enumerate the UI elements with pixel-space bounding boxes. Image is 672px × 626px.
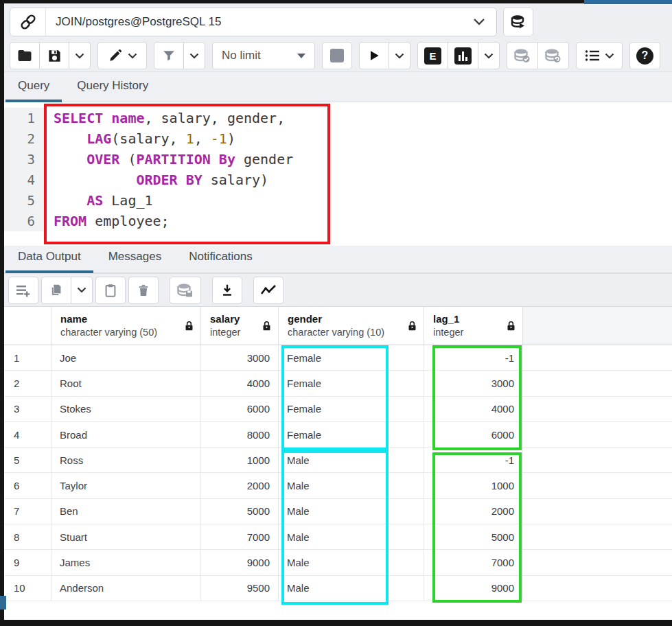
cell-name[interactable]: James [51, 550, 201, 575]
add-row-icon [15, 283, 32, 297]
filter-button[interactable] [154, 42, 184, 69]
execute-button[interactable] [359, 42, 389, 69]
row-number-cell[interactable]: 4 [4, 422, 51, 447]
cell-lag-1[interactable]: -1 [424, 448, 523, 472]
cell-gender[interactable]: Male [279, 499, 424, 524]
cell-salary[interactable]: 5000 [201, 499, 279, 524]
save-file-button[interactable] [39, 42, 69, 69]
cell-gender[interactable]: Male [279, 576, 424, 601]
tab-notifications[interactable]: Notifications [175, 250, 266, 273]
copy-options-dropdown[interactable] [71, 277, 93, 304]
edit-menu-button[interactable] [97, 42, 147, 69]
cell-lag-1[interactable]: 6000 [424, 422, 523, 447]
column-header-name[interactable]: name character varying (50) [51, 307, 201, 345]
help-button[interactable]: ? [629, 42, 660, 69]
tab-messages[interactable]: Messages [95, 250, 175, 273]
open-file-button[interactable] [10, 42, 40, 69]
cell-salary[interactable]: 8000 [201, 422, 279, 447]
explain-options-dropdown[interactable] [478, 42, 500, 69]
cell-lag-1[interactable]: 2000 [424, 499, 523, 524]
cell-salary[interactable]: 6000 [201, 397, 279, 421]
cell-name[interactable]: Root [51, 371, 201, 395]
cell-name[interactable]: Anderson [51, 576, 201, 601]
explain-button[interactable]: E [417, 42, 448, 69]
cell-gender[interactable]: Female [279, 422, 424, 447]
row-number-cell[interactable]: 1 [4, 345, 51, 370]
cell-name[interactable]: Ben [51, 499, 201, 524]
new-connection-button[interactable] [503, 8, 533, 36]
cell-name[interactable]: Broad [51, 422, 201, 447]
commit-button[interactable] [507, 42, 538, 69]
cell-name[interactable]: Stokes [51, 397, 201, 421]
cancel-query-button[interactable] [322, 42, 352, 69]
code-text[interactable]: LAG(salary, 1, -1) [45, 128, 235, 149]
cell-name[interactable]: Stuart [51, 524, 201, 549]
cell-salary[interactable]: 9500 [201, 576, 279, 601]
cell-salary[interactable]: 4000 [201, 371, 279, 395]
cell-salary[interactable]: 2000 [201, 473, 279, 498]
row-number-cell[interactable]: 9 [4, 550, 51, 575]
row-number-cell[interactable]: 2 [4, 371, 51, 395]
code-text[interactable]: SELECT name, salary, gender, [45, 108, 285, 128]
cell-gender[interactable]: Female [279, 371, 424, 395]
tab-data-output[interactable]: Data Output [4, 250, 95, 273]
code-line: 4 ORDER BY salary) [4, 170, 672, 190]
row-number-cell[interactable]: 3 [4, 397, 51, 421]
tab-query[interactable]: Query [4, 79, 63, 102]
table-row: 5Ross1000Male-1 [4, 448, 672, 473]
row-number-cell[interactable]: 10 [4, 576, 51, 601]
macros-button[interactable] [576, 42, 623, 69]
save-options-dropdown[interactable] [69, 42, 91, 69]
rollback-button[interactable] [537, 42, 569, 69]
explain-analyze-button[interactable] [448, 42, 478, 69]
cell-lag-1[interactable]: 1000 [424, 473, 523, 498]
cell-salary[interactable]: 3000 [201, 345, 279, 370]
cell-name[interactable]: Joe [51, 345, 201, 370]
code-text[interactable]: FROM employee; [45, 211, 170, 231]
cell-gender[interactable]: Female [279, 397, 424, 421]
tab-query-history[interactable]: Query History [63, 79, 162, 102]
cell-lag-1[interactable]: 5000 [424, 524, 523, 549]
cell-gender[interactable]: Male [279, 473, 424, 498]
execute-options-dropdown[interactable] [389, 42, 410, 69]
cell-lag-1[interactable]: 9000 [424, 576, 523, 601]
cell-gender[interactable]: Male [279, 550, 424, 575]
code-text[interactable]: OVER (PARTITION By gender [45, 149, 293, 170]
column-header-salary[interactable]: salary integer [201, 307, 279, 345]
row-number-cell[interactable]: 6 [4, 473, 51, 498]
copy-button[interactable] [41, 277, 71, 304]
cell-lag-1[interactable]: 7000 [424, 550, 523, 575]
cell-lag-1[interactable]: 4000 [424, 397, 523, 421]
line-number: 6 [4, 211, 45, 231]
add-row-button[interactable] [8, 277, 38, 304]
grid-corner-cell[interactable] [4, 307, 51, 345]
row-number-cell[interactable]: 5 [4, 448, 51, 472]
delete-row-button[interactable] [128, 277, 159, 304]
cell-gender[interactable]: Male [279, 448, 424, 472]
data-output-toolbar [4, 273, 672, 306]
cell-gender[interactable]: Female [279, 345, 424, 370]
connection-selector[interactable]: JOIN/postgres@PostgreSQL 15 [10, 8, 497, 36]
code-text[interactable]: AS Lag_1 [45, 190, 153, 211]
column-header-gender[interactable]: gender character varying (10) [279, 307, 424, 345]
row-number-cell[interactable]: 7 [4, 499, 51, 524]
paste-button[interactable] [95, 277, 126, 304]
code-text[interactable]: ORDER BY salary) [45, 170, 268, 190]
filter-options-dropdown[interactable] [183, 42, 205, 69]
cell-salary[interactable]: 7000 [201, 524, 279, 549]
row-limit-select[interactable]: No limit [212, 42, 315, 69]
cell-lag-1[interactable]: -1 [424, 345, 523, 370]
code-line: 3 OVER (PARTITION By gender [4, 149, 672, 170]
cell-lag-1[interactable]: 3000 [424, 371, 523, 395]
graph-visualiser-button[interactable] [253, 277, 283, 304]
sql-editor[interactable]: 1SELECT name, salary, gender,2 LAG(salar… [4, 102, 672, 246]
cell-name[interactable]: Ross [51, 448, 201, 472]
cell-name[interactable]: Taylor [51, 473, 201, 498]
cell-salary[interactable]: 1000 [201, 448, 279, 472]
cell-salary[interactable]: 9000 [201, 550, 279, 575]
save-data-changes-button[interactable] [170, 277, 201, 304]
column-header-lag-1[interactable]: lag_1 integer [424, 307, 523, 345]
row-number-cell[interactable]: 8 [4, 524, 51, 549]
cell-gender[interactable]: Male [279, 524, 424, 549]
download-results-button[interactable] [212, 277, 242, 304]
